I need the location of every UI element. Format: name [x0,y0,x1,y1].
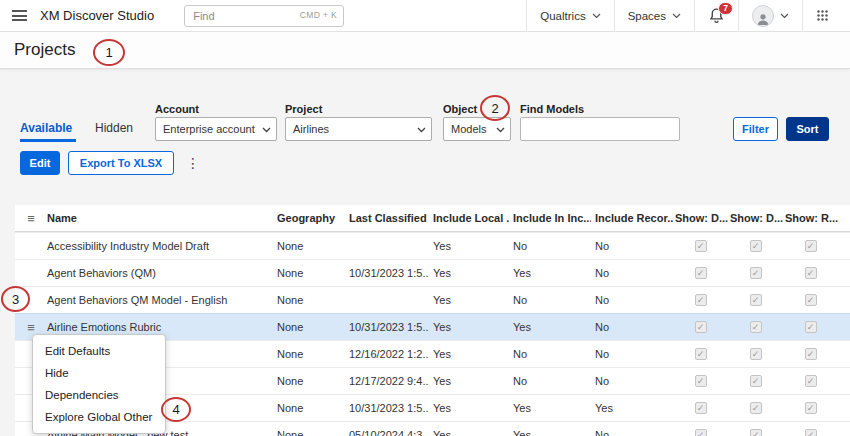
table-row[interactable]: Accessibility Industry Model Draft None … [15,232,850,259]
project-select[interactable]: Airlines [285,117,432,141]
show-checkbox[interactable] [805,429,817,436]
column-header-geography[interactable]: Geography [273,212,345,224]
context-menu-item-hide[interactable]: Hide [33,362,165,384]
project-label: Project [285,103,322,115]
annotation-circle-4: 4 [161,397,191,422]
avatar [752,5,774,27]
show-checkbox[interactable] [750,348,762,360]
app-switcher-button[interactable] [802,0,842,32]
show-checkbox[interactable] [805,267,817,279]
context-menu-item-dependencies[interactable]: Dependencies [33,384,165,406]
last-classified-cell: 10/31/2023 1:5... [345,402,429,414]
column-drag-icon[interactable]: ≡ [15,211,47,226]
object-select[interactable]: Models [443,117,511,141]
show-checkbox[interactable] [750,267,762,279]
notifications-button[interactable]: 7 [694,0,738,32]
show-checkbox[interactable] [695,402,707,414]
row-context-menu: Edit Defaults Hide Dependencies Explore … [32,334,166,434]
column-header-show-2[interactable]: Show: D... [728,212,783,224]
row-drag-handle[interactable]: ≡ [15,320,47,335]
include-recor-cell: No [591,267,673,279]
notification-badge: 7 [718,2,733,15]
show-checkbox[interactable] [805,348,817,360]
show-checkbox[interactable] [805,321,817,333]
include-recor-cell: No [591,429,673,436]
annotation-circle-1: 1 [93,39,125,66]
show-checkbox[interactable] [805,240,817,252]
chevron-down-icon [417,127,426,133]
show-checkbox[interactable] [750,402,762,414]
geography-cell: None [273,375,345,387]
column-header-include-local[interactable]: Include Local ... [429,212,509,224]
chevron-down-icon [496,127,505,133]
column-header-include-in-inc[interactable]: Include In Inc... [509,212,591,224]
object-select-value: Models [451,123,486,135]
filter-button[interactable]: Filter [733,117,778,141]
geography-cell: None [273,402,345,414]
qualtrics-menu[interactable]: Qualtrics [526,0,613,32]
object-label: Object [443,103,477,115]
export-xlsx-button[interactable]: Export To XLSX [68,151,174,175]
edit-button[interactable]: Edit [20,151,60,175]
chevron-down-icon [592,13,601,19]
show-checkbox[interactable] [695,267,707,279]
account-menu[interactable] [738,0,802,32]
include-local-cell: Yes [429,375,509,387]
account-label: Account [155,103,199,115]
show-checkbox[interactable] [695,240,707,252]
account-select-value: Enterprise account [163,123,255,135]
more-actions-button[interactable]: ⋮ [183,151,203,175]
include-recor-cell: No [591,240,673,252]
column-header-last-classified[interactable]: Last Classified [345,212,429,224]
chevron-down-icon [780,13,789,19]
sort-button[interactable]: Sort [786,117,829,141]
table-row[interactable]: Agent Behaviors QM Model - English None … [15,286,850,313]
column-header-name[interactable]: Name [47,212,273,224]
show-checkbox[interactable] [750,429,762,436]
show-checkbox[interactable] [805,375,817,387]
model-name: Agent Behaviors QM Model - English [47,294,273,306]
show-checkbox[interactable] [695,321,707,333]
include-recor-cell: No [591,348,673,360]
include-in-inc-cell: Yes [509,429,591,436]
include-local-cell: Yes [429,267,509,279]
context-menu-item-edit-defaults[interactable]: Edit Defaults [33,340,165,362]
hamburger-menu-icon[interactable] [12,10,27,21]
include-local-cell: Yes [429,240,509,252]
include-in-inc-cell: Yes [509,321,591,333]
show-checkbox[interactable] [750,294,762,306]
show-checkbox[interactable] [750,321,762,333]
show-checkbox[interactable] [750,375,762,387]
find-models-label: Find Models [520,103,584,115]
last-classified-cell: 12/16/2022 1:2... [345,348,429,360]
table-row[interactable]: Agent Behaviors (QM) None 10/31/2023 1:5… [15,259,850,286]
find-models-input[interactable] [520,117,680,141]
context-menu-item-explore-global-other[interactable]: Explore Global Other [33,406,165,428]
model-name: Agent Behaviors (QM) [47,267,273,279]
column-header-show-3[interactable]: Show: R... [783,212,838,224]
spaces-menu-label: Spaces [628,10,666,22]
show-checkbox[interactable] [805,402,817,414]
include-recor-cell: No [591,375,673,387]
tab-available[interactable]: Available [20,117,72,139]
include-local-cell: Yes [429,429,509,436]
column-header-show-1[interactable]: Show: D... [673,212,728,224]
spaces-menu[interactable]: Spaces [614,0,694,32]
show-checkbox[interactable] [750,240,762,252]
geography-cell: None [273,429,345,436]
show-checkbox[interactable] [695,294,707,306]
show-checkbox[interactable] [695,375,707,387]
show-checkbox[interactable] [805,294,817,306]
include-in-inc-cell: Yes [509,402,591,414]
include-local-cell: Yes [429,321,509,333]
include-recor-cell: Yes [591,402,673,414]
show-checkbox[interactable] [695,429,707,436]
show-checkbox[interactable] [695,348,707,360]
include-recor-cell: No [591,294,673,306]
account-select[interactable]: Enterprise account [155,117,277,141]
include-recor-cell: No [591,321,673,333]
geography-cell: None [273,321,345,333]
tab-hidden[interactable]: Hidden [95,117,133,139]
column-header-include-recor[interactable]: Include Recor... [591,212,673,224]
chevron-down-icon [672,13,681,19]
